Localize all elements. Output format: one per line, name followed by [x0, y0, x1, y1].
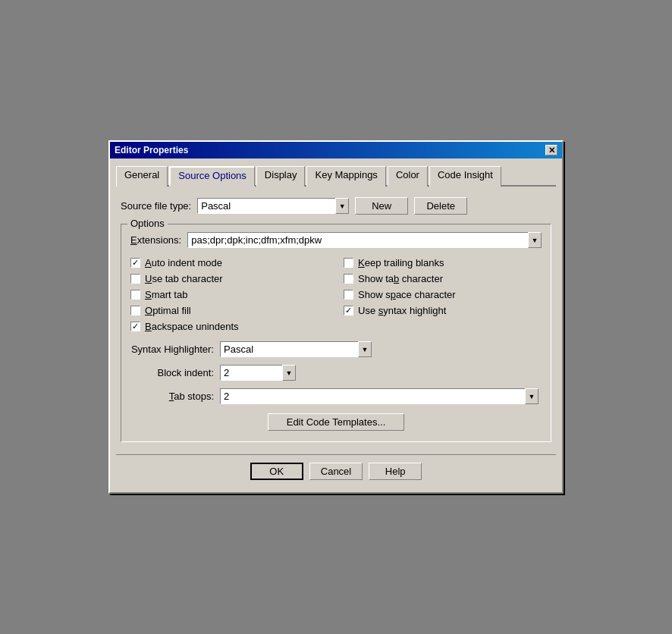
smart-tab-checkbox[interactable] [130, 290, 140, 300]
edit-templates-button[interactable]: Edit Code Templates... [268, 413, 404, 431]
tab-display[interactable]: Display [256, 166, 306, 187]
auto-indent-checkbox[interactable] [130, 258, 140, 268]
auto-indent-label: Auto indent mode [145, 257, 222, 268]
content-area: Source file type: Pascal ▼ New Delete Op… [116, 193, 556, 454]
tab-stops-select[interactable]: 2 [220, 388, 539, 404]
tab-source-options[interactable]: Source Options [169, 166, 255, 187]
tab-key-mappings[interactable]: Key Mappings [306, 166, 385, 187]
checkbox-show-tab: Show tab character [344, 273, 542, 284]
extensions-select-wrapper: pas;dpr;dpk;inc;dfm;xfm;dpkw ▼ [187, 232, 542, 248]
tab-color[interactable]: Color [388, 166, 428, 187]
backspace-checkbox[interactable] [130, 322, 140, 331]
checkbox-keep-trailing: Keep trailing blanks [344, 257, 542, 268]
use-syntax-label: Use syntax highlight [358, 305, 446, 316]
close-button[interactable]: ✕ [545, 145, 557, 155]
ok-button[interactable]: OK [250, 463, 303, 480]
editor-properties-dialog: Editor Properties ✕ General Source Optio… [108, 140, 564, 494]
tab-code-insight[interactable]: Code Insight [429, 166, 501, 187]
tab-stops-row: Tab stops: 2 ▼ [130, 388, 542, 404]
checkboxes-grid: Auto indent mode Keep trailing blanks Us… [130, 257, 542, 332]
checkbox-backspace: Backspace unindents [130, 321, 328, 332]
title-bar: Editor Properties ✕ [110, 142, 562, 158]
use-tab-label: Use tab character [145, 273, 223, 284]
use-tab-checkbox[interactable] [130, 274, 140, 284]
show-space-checkbox[interactable] [344, 290, 353, 300]
syntax-highlighter-select[interactable]: Pascal [220, 341, 372, 357]
optimal-fill-label: Optimal fill [145, 305, 191, 316]
checkbox-optimal-fill: Optimal fill [130, 305, 328, 316]
help-button[interactable]: Help [369, 463, 422, 480]
dialog-title: Editor Properties [115, 145, 188, 155]
extensions-row: Extensions: pas;dpr;dpk;inc;dfm;xfm;dpkw… [130, 232, 542, 248]
show-space-label: Show space character [358, 289, 456, 300]
cancel-button[interactable]: Cancel [309, 463, 363, 480]
keep-trailing-label: Keep trailing blanks [358, 257, 444, 268]
backspace-label: Backspace unindents [145, 321, 239, 332]
checkbox-auto-indent: Auto indent mode [130, 257, 328, 268]
source-file-select-wrapper: Pascal ▼ [197, 198, 349, 214]
tab-bar: General Source Options Display Key Mappi… [116, 165, 556, 187]
block-indent-label: Block indent: [130, 367, 214, 378]
syntax-highlighter-row: Syntax Highlighter: Pascal ▼ [130, 341, 542, 357]
delete-button[interactable]: Delete [414, 197, 467, 215]
tab-stops-label: Tab stops: [130, 391, 214, 402]
checkbox-use-tab: Use tab character [130, 273, 328, 284]
footer-buttons: OK Cancel Help [116, 454, 556, 486]
block-indent-select-wrapper: 2 ▼ [220, 365, 296, 381]
checkbox-smart-tab: Smart tab [130, 289, 328, 300]
syntax-highlighter-select-wrapper: Pascal ▼ [220, 341, 372, 357]
block-indent-row: Block indent: 2 ▼ [130, 365, 542, 381]
extensions-select[interactable]: pas;dpr;dpk;inc;dfm;xfm;dpkw [187, 232, 542, 248]
extensions-label: Extensions: [130, 234, 181, 246]
show-tab-checkbox[interactable] [344, 274, 353, 284]
source-file-select[interactable]: Pascal [197, 198, 349, 214]
tab-general[interactable]: General [116, 166, 168, 187]
source-file-label: Source file type: [121, 200, 191, 212]
dialog-body: General Source Options Display Key Mappi… [110, 158, 562, 492]
smart-tab-label: Smart tab [145, 289, 187, 300]
block-indent-select[interactable]: 2 [220, 365, 296, 381]
keep-trailing-checkbox[interactable] [344, 258, 353, 268]
use-syntax-checkbox[interactable] [344, 306, 353, 315]
checkbox-use-syntax: Use syntax highlight [344, 305, 542, 316]
edit-templates-row: Edit Code Templates... [130, 413, 542, 431]
syntax-highlighter-label: Syntax Highlighter: [130, 344, 214, 355]
options-group: Options Extensions: pas;dpr;dpk;inc;dfm;… [121, 224, 551, 442]
new-button[interactable]: New [355, 197, 408, 215]
show-tab-label: Show tab character [358, 273, 443, 284]
optimal-fill-checkbox[interactable] [130, 306, 140, 315]
tab-stops-select-wrapper: 2 ▼ [220, 388, 539, 404]
options-group-label: Options [127, 218, 168, 229]
source-file-row: Source file type: Pascal ▼ New Delete [121, 197, 551, 215]
checkbox-show-space: Show space character [344, 289, 542, 300]
